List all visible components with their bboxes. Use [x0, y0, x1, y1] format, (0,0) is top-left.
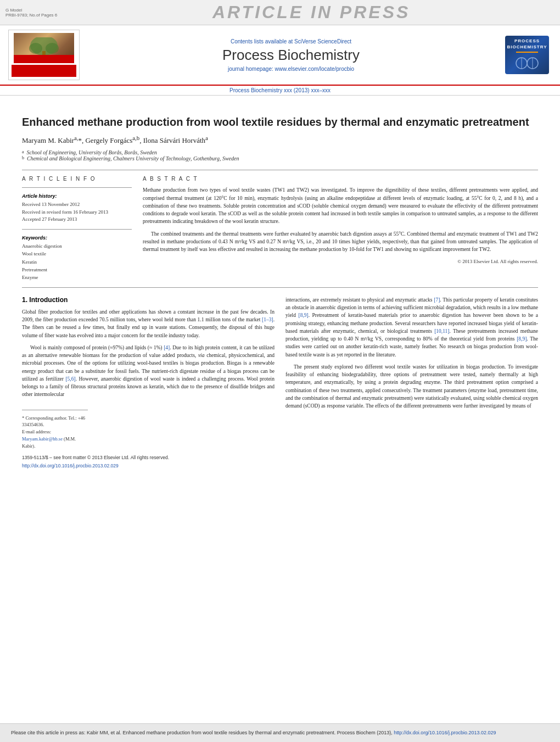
footnote-email: E-mail address: Maryam.kabir@hb.se (M.M.… — [22, 428, 88, 449]
journal-logo-box: PROCESS BIOCHEMISTRY — [502, 36, 552, 74]
intro-left-p1: Global fiber production for textiles and… — [22, 308, 275, 339]
abstract-panel: A B S T R A C T Methane production from … — [143, 176, 538, 281]
journal-center: Contents lists available at SciVerse Sci… — [85, 38, 497, 72]
keyword-3: Keratin — [22, 258, 132, 266]
bottom-bar-text: Please cite this article in press as: Ka… — [11, 729, 549, 737]
model-info: G Model PRBI-9783; No.of Pages 6 — [5, 8, 57, 18]
abstract-text: Methane production from two types of woo… — [143, 186, 538, 253]
doi-link-line[interactable]: http://dx.doi.org/10.1016/j.procbio.2013… — [22, 463, 275, 468]
abstract-title: A B S T R A C T — [143, 176, 538, 182]
divider-1 — [22, 170, 538, 170]
intro-right-text: interactions, are extremely resistant to… — [285, 296, 538, 410]
authors-line: Maryam M. Kabira,*, Gergely Forgácsa,b, … — [22, 135, 538, 145]
footnote-corresponding: * Corresponding author. Tel.: +46 334354… — [22, 415, 88, 429]
article-info-panel: A R T I C L E I N F O Article history: R… — [22, 176, 132, 281]
journal-title: Process Biochemistry — [85, 47, 497, 64]
keywords-title: Keywords: — [22, 235, 132, 241]
intro-section-title: 1. Introduction — [22, 296, 275, 304]
intro-right-p2: The present study explored two different… — [285, 363, 538, 410]
copyright-notice: © 2013 Elsevier Ltd. All rights reserved… — [143, 259, 538, 264]
abstract-paragraph-2: The combined treatments and the thermal … — [143, 230, 538, 254]
keyword-4: Pretreatment — [22, 266, 132, 274]
journal-logo-svg — [513, 55, 541, 71]
svg-rect-1 — [42, 51, 46, 58]
affiliation-a: a School of Engineering, University of B… — [22, 149, 538, 155]
body-columns: 1. Introduction Global fiber production … — [22, 296, 538, 469]
article-info-title: A R T I C L E I N F O — [22, 176, 132, 182]
article-history-title: Article history: — [22, 193, 132, 199]
intro-right-p1: interactions, are extremely resistant to… — [285, 296, 538, 359]
main-content: Enhanced methane production from wool te… — [0, 96, 560, 477]
article-in-press-banner: ARTICLE IN PRESS — [68, 2, 555, 23]
affiliations: a School of Engineering, University of B… — [22, 149, 538, 161]
elsevier-text: ELSEVIER — [27, 69, 61, 75]
divider-2 — [22, 287, 538, 288]
doi-section: 1359-5113/$ – see front matter © 2013 El… — [22, 455, 275, 468]
intro-left-text: Global fiber production for textiles and… — [22, 308, 275, 399]
accepted-date: Accepted 27 February 2013 — [22, 216, 132, 224]
intro-left-p2: Wool is mainly composed of protein (≈97%… — [22, 344, 275, 399]
keyword-5: Enzyme — [22, 274, 132, 281]
body-left-column: 1. Introduction Global fiber production … — [22, 296, 275, 469]
bottom-citation-bar: Please cite this article in press as: Ka… — [0, 723, 560, 743]
keyword-1: Anaerobic digestion — [22, 242, 132, 250]
keyword-2: Wool textile — [22, 250, 132, 258]
body-right-column: interactions, are extremely resistant to… — [285, 296, 538, 469]
received-date: Received 13 November 2012 — [22, 201, 132, 209]
abstract-paragraph-1: Methane production from two types of woo… — [143, 186, 538, 225]
elsevier-tree-svg — [19, 37, 69, 59]
svg-point-2 — [29, 43, 42, 54]
affiliation-b: b Chemical and Biological Engineering, C… — [22, 155, 538, 161]
article-title: Enhanced methane production from wool te… — [22, 115, 538, 129]
article-info-abstract: A R T I C L E I N F O Article history: R… — [22, 176, 538, 281]
journal-header: ELSEVIER Contents lists available at Sci… — [0, 25, 560, 86]
svg-point-3 — [46, 43, 59, 54]
journal-homepage[interactable]: journal homepage: www.elsevier.com/locat… — [85, 66, 497, 72]
journal-logo-image: PROCESS BIOCHEMISTRY — [505, 36, 549, 74]
top-bar: G Model PRBI-9783; No.of Pages 6 ARTICLE… — [0, 0, 560, 25]
elsevier-logo-image — [14, 33, 74, 63]
elsevier-logo-box: ELSEVIER — [8, 30, 80, 80]
revised-date: Received in revised form 16 February 201… — [22, 209, 132, 216]
footnote-area: * Corresponding author. Tel.: +46 334354… — [22, 410, 88, 450]
citation-line: Process Biochemistry xxx (2013) xxx–xxx — [0, 86, 560, 96]
issn-line: 1359-5113/$ – see front matter © 2013 El… — [22, 455, 275, 460]
sciverse-link[interactable]: Contents lists available at SciVerse Sci… — [85, 38, 497, 44]
